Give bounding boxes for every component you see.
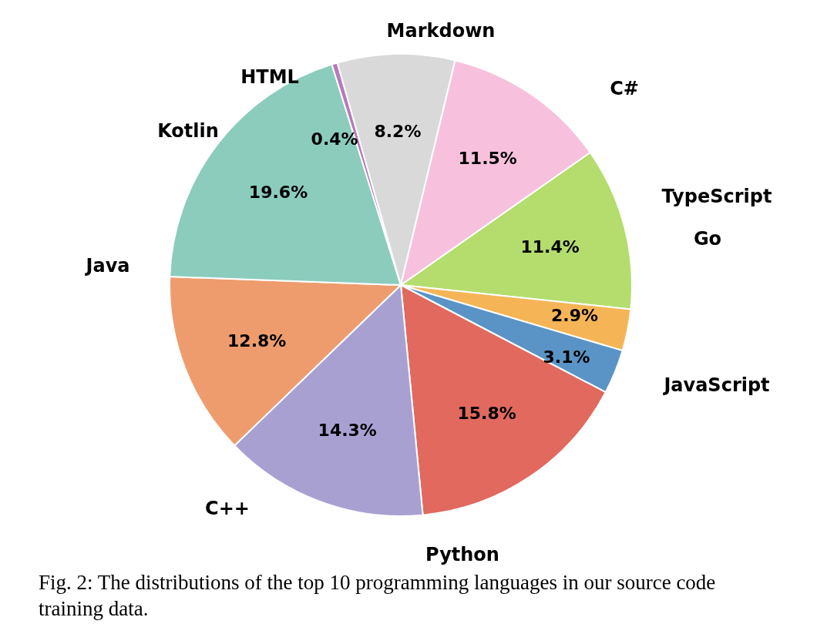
pie-chart-svg [0, 0, 817, 570]
pie-pct-label: 2.9% [551, 305, 598, 324]
pie-ext-label: Kotlin [157, 120, 219, 142]
pie-ext-label: C# [610, 78, 639, 99]
pie-pct-label: 12.8% [227, 330, 286, 350]
pie-pct-label: 8.2% [374, 122, 421, 141]
pie-ext-label: Markdown [387, 20, 496, 42]
figure-caption: Fig. 2: The distributions of the top 10 … [0, 570, 817, 638]
pie-pct-label: 15.8% [457, 403, 516, 422]
pie-chart-container: 11.4%C#2.9%TypeScript3.1%Go15.8%JavaScri… [0, 0, 817, 570]
pie-ext-label: JavaScript [664, 374, 769, 396]
pie-ext-label: C++ [205, 498, 250, 519]
pie-ext-label: HTML [240, 66, 299, 88]
pie-ext-label: Go [694, 228, 721, 250]
pie-ext-label: TypeScript [662, 186, 772, 207]
pie-pct-label: 11.5% [459, 148, 517, 167]
pie-pct-label: 3.1% [543, 347, 590, 367]
pie-ext-label: Python [425, 544, 499, 565]
pie-pct-label: 0.4% [311, 129, 358, 148]
pie-pct-label: 14.3% [318, 420, 377, 439]
pie-pct-label: 19.6% [249, 182, 308, 201]
pie-ext-label: Java [86, 255, 130, 277]
pie-pct-label: 11.4% [520, 236, 579, 256]
